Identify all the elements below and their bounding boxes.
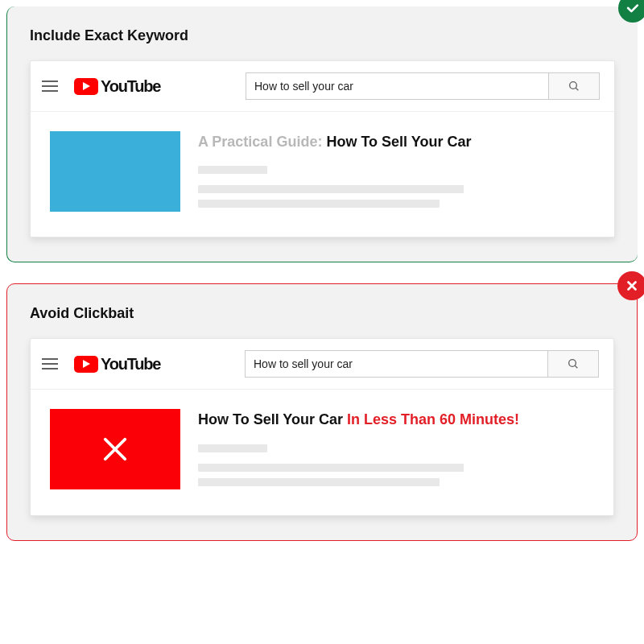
youtube-play-icon — [74, 356, 98, 373]
close-icon — [98, 432, 132, 466]
search-icon — [568, 80, 580, 93]
youtube-logo[interactable]: YouTube — [74, 355, 160, 374]
good-example-card: Include Exact Keyword YouTube A Practica… — [6, 6, 638, 262]
svg-point-0 — [570, 82, 577, 89]
svg-point-4 — [569, 360, 576, 367]
youtube-frame-bad: YouTube How To Sell Your Car In Less Tha… — [30, 338, 614, 515]
video-thumbnail[interactable] — [50, 409, 180, 489]
check-badge — [618, 0, 644, 23]
title-prefix: A Practical Guide: — [198, 134, 326, 150]
title-clickbait: In Less Than 60 Minutes! — [347, 411, 519, 427]
title-keyword: How To Sell Your Car — [198, 411, 347, 427]
close-icon — [625, 279, 639, 293]
youtube-header: YouTube — [31, 339, 613, 390]
search-bar — [246, 72, 600, 100]
search-button[interactable] — [547, 350, 599, 378]
youtube-logo[interactable]: YouTube — [74, 77, 160, 96]
check-icon — [625, 0, 641, 16]
bad-example-card: Avoid Clickbait YouTube Ho — [6, 283, 638, 540]
hamburger-menu-icon[interactable] — [42, 80, 58, 92]
cross-badge — [617, 271, 644, 300]
skeleton-line — [198, 185, 464, 193]
skeleton-line — [198, 444, 267, 452]
youtube-label: YouTube — [101, 77, 160, 96]
youtube-label: YouTube — [101, 355, 160, 374]
video-title[interactable]: A Practical Guide: How To Sell Your Car — [198, 133, 595, 151]
search-input[interactable] — [246, 72, 548, 100]
youtube-result-row: How To Sell Your Car In Less Than 60 Min… — [31, 390, 613, 514]
skeleton-line — [198, 166, 267, 174]
hamburger-menu-icon[interactable] — [42, 358, 58, 369]
skeleton-line — [198, 464, 464, 472]
bad-card-title: Avoid Clickbait — [30, 305, 614, 322]
svg-line-5 — [575, 366, 577, 369]
youtube-play-icon — [74, 78, 98, 95]
skeleton-line — [198, 478, 440, 486]
video-info: How To Sell Your Car In Less Than 60 Min… — [198, 409, 594, 492]
video-info: A Practical Guide: How To Sell Your Car — [198, 131, 595, 214]
youtube-frame-good: YouTube A Practical Guide: How To Sell Y… — [30, 60, 615, 237]
skeleton-line — [198, 200, 440, 208]
good-card-title: Include Exact Keyword — [30, 27, 615, 44]
title-keyword: How To Sell Your Car — [326, 134, 471, 150]
video-thumbnail[interactable] — [50, 131, 180, 212]
svg-line-1 — [576, 88, 578, 90]
youtube-header: YouTube — [31, 61, 614, 112]
search-button[interactable] — [548, 72, 600, 100]
search-input[interactable] — [245, 350, 547, 378]
video-title[interactable]: How To Sell Your Car In Less Than 60 Min… — [198, 411, 594, 429]
search-icon — [567, 357, 580, 370]
youtube-result-row: A Practical Guide: How To Sell Your Car — [31, 112, 614, 237]
search-bar — [245, 350, 599, 378]
